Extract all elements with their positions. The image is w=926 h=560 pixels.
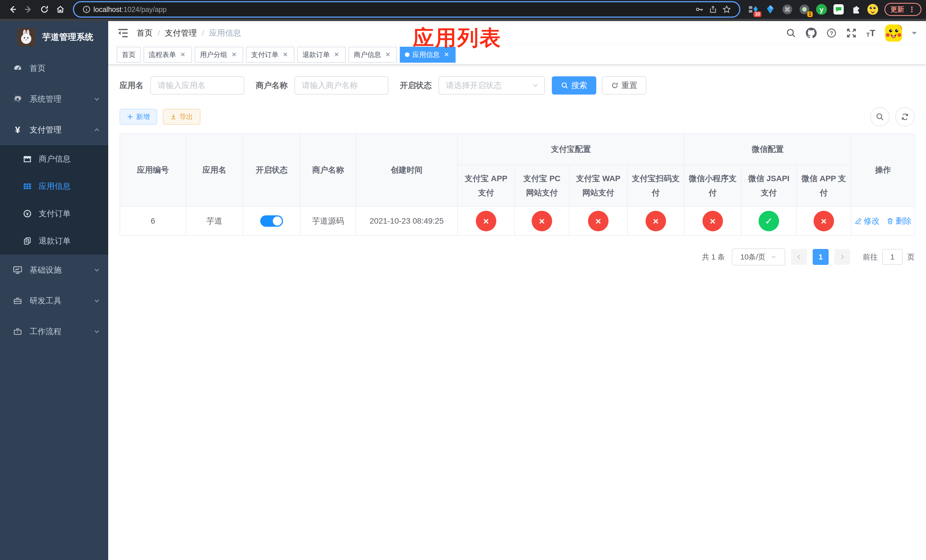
url-host: localhost (94, 5, 122, 14)
share-icon[interactable] (706, 4, 720, 15)
close-icon[interactable]: ✕ (281, 51, 289, 59)
gear-icon (12, 95, 23, 104)
cell-alipay-pc-config: × (514, 206, 569, 236)
logo-image (17, 28, 35, 46)
tag-home[interactable]: 首页 (117, 47, 141, 63)
cell-merchant: 芋道源码 (300, 206, 356, 236)
sidebar-fold-icon[interactable] (117, 27, 129, 39)
font-size-icon[interactable]: TT (866, 29, 875, 38)
add-button[interactable]: 新增 (120, 109, 157, 125)
monitor-chart-icon (12, 265, 23, 275)
sidebar-item-infrastructure[interactable]: 基础设施 (0, 255, 108, 285)
top-navbar: 首页 / 支付管理 / 应用信息 ? (108, 21, 926, 45)
page-size-select[interactable]: 10条/页 (732, 248, 785, 265)
tag-merchant-info[interactable]: 商户信息✕ (348, 47, 397, 63)
goto-page-input[interactable] (882, 249, 903, 265)
search-button[interactable]: 搜索 (552, 76, 596, 95)
github-icon[interactable] (806, 28, 817, 38)
user-avatar[interactable] (885, 24, 902, 42)
prev-page-button[interactable] (791, 249, 807, 265)
toggle-search-button[interactable] (870, 107, 890, 127)
browser-update-button[interactable]: 更新 ⋮ (884, 3, 921, 16)
delete-button[interactable]: 删除 (887, 216, 911, 227)
extension-proxy-icon[interactable]: 1 (799, 3, 810, 15)
page-size-value: 10条/页 (740, 252, 766, 262)
sidebar-item-pay-orders[interactable]: ¥ 支付订单 (0, 200, 108, 227)
refresh-table-button[interactable] (895, 107, 915, 127)
sidebar-item-label: 基础设施 (30, 265, 62, 275)
app-logo[interactable]: 芋道管理系统 (0, 21, 108, 53)
extension-devtools-icon[interactable]: 10 (747, 3, 759, 15)
url-bar[interactable]: localhost:1024/pay/app (73, 1, 740, 18)
site-info-icon[interactable] (80, 4, 94, 15)
breadcrumb-home[interactable]: 首页 (137, 28, 153, 38)
merchant-name-input[interactable] (294, 76, 388, 95)
page-number-1[interactable]: 1 (813, 249, 829, 265)
tag-label: 首页 (122, 50, 136, 59)
tag-label: 支付订单 (251, 50, 278, 59)
browser-extensions: 10 ⌘ 1 y (745, 3, 881, 15)
sidebar-item-home[interactable]: 首页 (0, 53, 108, 84)
sidebar-item-system[interactable]: 系统管理 (0, 84, 108, 115)
cell-status (243, 206, 300, 236)
sidebar-item-workflow[interactable]: 工作流程 (0, 316, 108, 347)
profile-avatar-icon[interactable] (867, 3, 879, 15)
tag-pay-orders[interactable]: 支付订单✕ (246, 47, 294, 63)
documents-icon (23, 237, 32, 245)
col-merchant: 商户名称 (300, 133, 356, 206)
extension-yudao-icon[interactable]: y (816, 3, 828, 15)
browser-menu-icon[interactable]: ⋮ (908, 5, 915, 14)
sidebar-item-payment[interactable]: ¥ 支付管理 (0, 115, 108, 145)
config-status-icon: × (702, 211, 723, 231)
status-select[interactable]: 请选择开启状态 (439, 76, 545, 95)
url-path: :1024/pay/app (122, 5, 166, 14)
close-icon[interactable]: ✕ (384, 51, 392, 59)
tag-label: 商户信息 (354, 50, 381, 59)
chevron-left-icon (796, 254, 802, 260)
help-icon[interactable]: ? (826, 28, 837, 38)
sidebar-item-app-info[interactable]: 应用信息 (0, 173, 108, 200)
app-title: 芋道管理系统 (42, 31, 94, 43)
extensions-puzzle-icon[interactable] (850, 3, 862, 15)
status-toggle[interactable] (260, 215, 283, 227)
sidebar-item-refund-orders[interactable]: 退款订单 (0, 227, 108, 255)
export-button[interactable]: 导出 (163, 109, 200, 125)
extension-kite-icon[interactable] (764, 3, 776, 15)
app-name-input[interactable] (150, 76, 244, 95)
extension-chat-icon[interactable] (832, 3, 844, 15)
close-icon[interactable]: ✕ (333, 51, 340, 59)
close-icon[interactable]: ✕ (179, 51, 187, 59)
sidebar-item-label: 商户信息 (39, 153, 71, 164)
download-icon (170, 114, 177, 120)
svg-text:⌘: ⌘ (784, 6, 790, 13)
breadcrumb-payment[interactable]: 支付管理 (165, 28, 197, 38)
fullscreen-icon[interactable] (846, 28, 856, 38)
sidebar-item-dev-tools[interactable]: 研发工具 (0, 285, 108, 316)
config-status-icon: × (476, 211, 496, 231)
close-icon[interactable]: ✕ (230, 51, 238, 59)
goto-label: 前往 (863, 252, 878, 262)
forward-icon[interactable] (21, 2, 36, 17)
col-group-alipay: 支付宝配置 (458, 133, 684, 165)
tag-process-form[interactable]: 流程表单✕ (144, 47, 192, 63)
tag-refund-orders[interactable]: 退款订单✕ (297, 47, 346, 63)
url-text[interactable]: localhost:1024/pay/app (94, 5, 693, 14)
password-key-icon[interactable] (693, 4, 706, 15)
header-search-icon[interactable] (786, 28, 796, 38)
extension-command-icon[interactable]: ⌘ (781, 3, 793, 15)
next-page-button[interactable] (834, 249, 850, 265)
reload-icon[interactable] (36, 2, 52, 17)
back-icon[interactable] (5, 2, 21, 17)
search-button-label: 搜索 (571, 80, 587, 91)
cell-wechat-jsapi-config: ✓ (741, 206, 796, 236)
bookmark-star-icon[interactable] (720, 4, 734, 15)
sidebar-item-merchant-info[interactable]: 商户信息 (0, 145, 108, 173)
extension-badge: 10 (754, 11, 761, 17)
reset-button[interactable]: 重置 (602, 76, 646, 95)
tag-user-group[interactable]: 用户分组✕ (195, 47, 243, 63)
avatar-caret-icon[interactable] (912, 32, 917, 37)
chevron-down-icon (94, 297, 100, 304)
yen-icon: ¥ (12, 125, 23, 135)
edit-button[interactable]: 修改 (855, 216, 879, 227)
home-icon[interactable] (52, 2, 68, 17)
